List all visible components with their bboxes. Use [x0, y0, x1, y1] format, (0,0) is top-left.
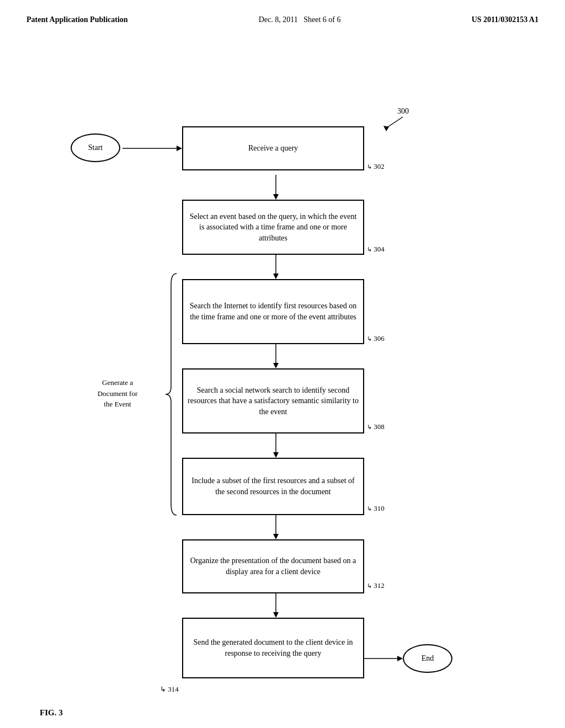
start-oval: Start	[71, 133, 120, 162]
box-308: Search a social network search to identi…	[182, 368, 364, 433]
svg-marker-7	[273, 363, 279, 368]
svg-marker-5	[273, 274, 279, 279]
box-304: Select an event based on the query, in w…	[182, 200, 364, 255]
svg-marker-13	[273, 612, 279, 618]
svg-line-16	[386, 117, 403, 128]
ref-312: ↳ 312	[367, 581, 385, 590]
header-date: Dec. 8, 2011	[259, 15, 298, 24]
svg-marker-15	[397, 656, 403, 661]
end-oval: End	[403, 644, 452, 673]
header-left: Patent Application Publication	[26, 15, 128, 24]
box-306: Search the Internet to identify first re…	[182, 279, 364, 344]
header-right: US 2011/0302153 A1	[472, 15, 539, 24]
ref-300-label: 300	[397, 107, 409, 116]
ref-304: ↳ 304	[367, 245, 385, 254]
page-header: Patent Application Publication Dec. 8, 2…	[0, 0, 565, 24]
ref-308: ↳ 308	[367, 422, 385, 431]
figure-label: FIG. 3	[40, 708, 63, 718]
header-center: Dec. 8, 2011 Sheet 6 of 6	[259, 15, 341, 24]
svg-marker-9	[273, 452, 279, 458]
box-302: Receive a query	[182, 126, 364, 170]
ref-314-label: ↳ 314	[160, 685, 179, 694]
svg-marker-3	[273, 194, 279, 200]
svg-marker-11	[273, 534, 279, 539]
ref-306: ↳ 306	[367, 334, 385, 343]
box-310: Include a subset of the first resources …	[182, 458, 364, 515]
box-312: Organize the presentation of the documen…	[182, 539, 364, 593]
ref-310: ↳ 310	[367, 504, 385, 513]
diagram-area: 300 Start Receive a query ↳ 302 Select a…	[0, 35, 565, 719]
svg-marker-1	[177, 146, 182, 151]
header-sheet: Sheet 6 of 6	[303, 15, 340, 24]
svg-marker-17	[383, 126, 389, 131]
ref-302: ↳ 302	[367, 162, 385, 171]
brace-label: Generate a Document for the Event	[82, 377, 153, 410]
box-314: Send the generated document to the clien…	[182, 618, 364, 678]
